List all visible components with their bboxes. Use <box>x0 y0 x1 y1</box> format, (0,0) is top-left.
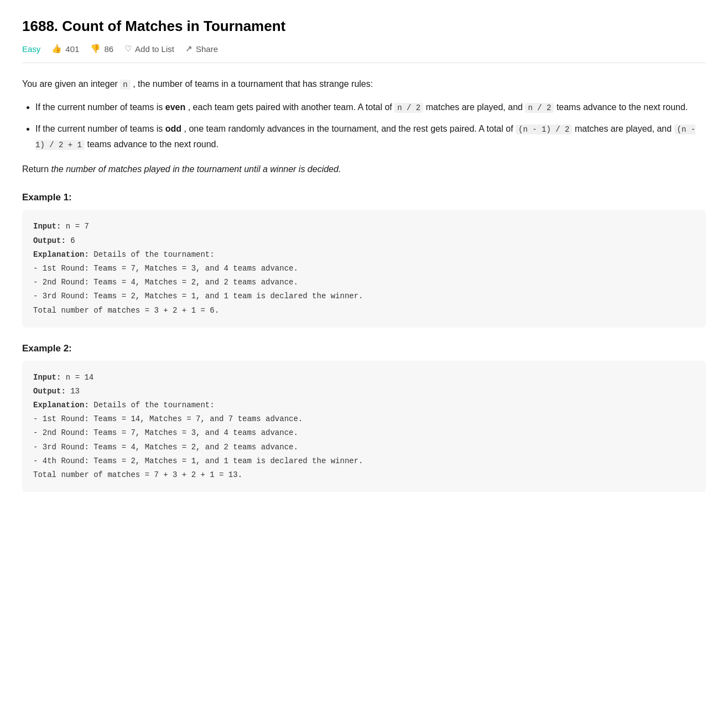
thumbs-down-icon: 👎 <box>90 44 101 54</box>
example1-input-line: Input: n = 7 <box>33 220 695 234</box>
example2-explanation-line: Explanation: Details of the tournament: <box>33 398 695 412</box>
example2-output-line: Output: 13 <box>33 385 695 398</box>
return-statement: Return the number of matches played in t… <box>22 162 706 177</box>
thumbs-up-count: 401 <box>65 44 79 54</box>
thumbs-up-icon: 👍 <box>51 44 62 54</box>
example1-block: Input: n = 7 Output: 6 Explanation: Deta… <box>22 210 706 327</box>
list-item: Total number of matches = 7 + 3 + 2 + 1 … <box>33 468 695 482</box>
example2-title: Example 2: <box>22 343 706 354</box>
rule-odd: If the current number of teams is odd , … <box>35 121 706 153</box>
example2-block: Input: n = 14 Output: 13 Explanation: De… <box>22 361 706 493</box>
example1-explanation-line: Explanation: Details of the tournament: <box>33 248 695 262</box>
heart-icon: ♡ <box>124 44 132 54</box>
example1-title: Example 1: <box>22 192 706 203</box>
list-item: - 2nd Round: Teams = 4, Matches = 2, and… <box>33 276 695 289</box>
share-button[interactable]: ↗ Share <box>185 44 218 54</box>
list-item: - 1st Round: Teams = 7, Matches = 3, and… <box>33 262 695 276</box>
list-item: - 2nd Round: Teams = 7, Matches = 3, and… <box>33 426 695 440</box>
list-item: - 3rd Round: Teams = 4, Matches = 2, and… <box>33 440 695 454</box>
example1-output-line: Output: 6 <box>33 234 695 248</box>
desc-n-code: n <box>120 80 130 90</box>
thumbs-down-button[interactable]: 👎 86 <box>90 44 113 54</box>
desc-rest: , the number of teams in a tournament th… <box>133 79 373 89</box>
rules-list: If the current number of teams is even ,… <box>35 100 706 153</box>
share-label: Share <box>196 44 218 54</box>
thumbs-down-count: 86 <box>104 44 113 54</box>
meta-row: Easy 👍 401 👎 86 ♡ Add to List ↗ Share <box>22 44 706 63</box>
list-item: Total number of matches = 3 + 2 + 1 = 6. <box>33 304 695 318</box>
list-item: - 1st Round: Teams = 14, Matches = 7, an… <box>33 412 695 426</box>
example2-detail-lines: - 1st Round: Teams = 14, Matches = 7, an… <box>33 412 695 482</box>
desc-intro: You are given an integer <box>22 79 118 89</box>
add-to-list-label: Add to List <box>135 44 174 54</box>
list-item: - 4th Round: Teams = 2, Matches = 1, and… <box>33 454 695 468</box>
thumbs-up-button[interactable]: 👍 401 <box>51 44 79 54</box>
list-item: - 3rd Round: Teams = 2, Matches = 1, and… <box>33 289 695 303</box>
difficulty-badge: Easy <box>22 44 40 54</box>
page-title: 1688. Count of Matches in Tournament <box>22 18 706 35</box>
example1-detail-lines: - 1st Round: Teams = 7, Matches = 3, and… <box>33 262 695 318</box>
rule-even: If the current number of teams is even ,… <box>35 100 706 116</box>
add-to-list-button[interactable]: ♡ Add to List <box>124 44 174 54</box>
example2-input-line: Input: n = 14 <box>33 371 695 385</box>
problem-description: You are given an integer n , the number … <box>22 76 706 177</box>
share-icon: ↗ <box>185 44 193 54</box>
